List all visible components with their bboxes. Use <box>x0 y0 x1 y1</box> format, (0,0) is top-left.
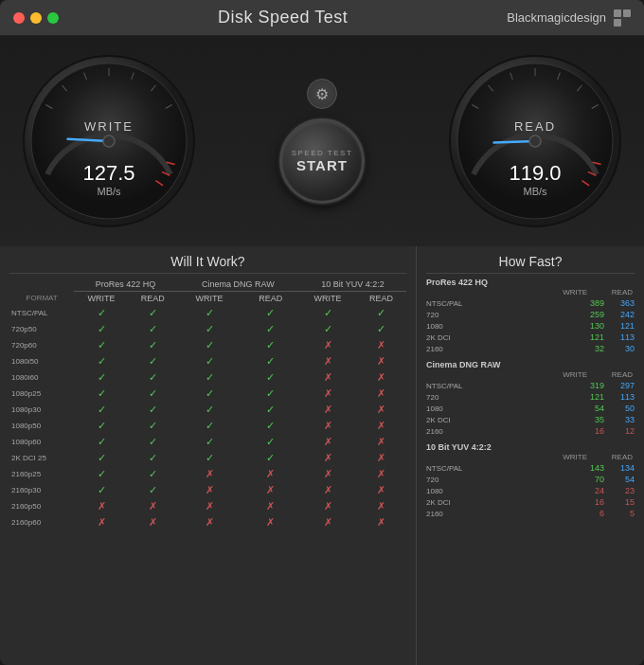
how-fast-section: ProRes 422 HQ WRITE READ NTSC/PAL 389 36… <box>426 278 635 519</box>
cine-header: Cinema DNG RAW <box>177 278 299 292</box>
table-row: 720p50✓✓✓✓✓✓ <box>9 321 406 337</box>
fast-row-label: 720 <box>426 476 474 484</box>
check-cell: ✓ <box>74 369 129 386</box>
fast-values: 121 113 <box>578 392 635 402</box>
gear-icon: ⚙ <box>315 85 329 103</box>
row-label: 720p60 <box>9 337 74 353</box>
start-button[interactable]: SPEED TEST START <box>279 118 365 204</box>
fast-write-value: 35 <box>578 415 604 424</box>
how-fast-title: How Fast? <box>426 246 635 274</box>
fast-row: 720 259 242 <box>426 309 635 320</box>
maximize-button[interactable] <box>47 12 59 24</box>
fast-read-value: 15 <box>608 497 635 507</box>
check-cell: ✗ <box>177 466 242 482</box>
fast-read-value: 50 <box>608 404 635 413</box>
check-cell: ✗ <box>356 450 406 466</box>
fast-row: NTSC/PAL 143 134 <box>426 462 635 474</box>
check-cell: ✗ <box>299 498 356 514</box>
table-row: 1080i60✓✓✓✓✗✗ <box>9 369 406 386</box>
check-cell: ✓ <box>242 321 299 337</box>
check-cell: ✓ <box>242 337 299 353</box>
row-label: 2160p50 <box>9 498 74 514</box>
fast-group: Cinema DNG RAW WRITE READ NTSC/PAL 319 2… <box>426 360 635 437</box>
fast-row: 1080 24 23 <box>426 485 635 496</box>
row-label: 1080i50 <box>9 353 74 369</box>
fast-values: 121 113 <box>578 332 635 342</box>
fast-row-label: 2K DCI <box>426 333 474 342</box>
row-label: 1080p60 <box>9 434 74 450</box>
fast-row: NTSC/PAL 319 297 <box>426 380 635 391</box>
check-cell: ✓ <box>74 450 129 466</box>
gauges-section: WRITE 127.5 MB/s ⚙ SPEED TEST START <box>0 36 644 246</box>
fast-write-value: 54 <box>578 404 604 413</box>
check-cell: ✓ <box>129 402 177 418</box>
table-row: 1080p50✓✓✓✓✗✗ <box>9 418 406 434</box>
fast-values: 16 15 <box>578 497 635 507</box>
check-cell: ✓ <box>242 450 299 466</box>
how-fast-panel: How Fast? ProRes 422 HQ WRITE READ NTSC/… <box>417 246 644 665</box>
check-cell: ✓ <box>129 450 177 466</box>
check-cell: ✗ <box>356 337 406 353</box>
close-button[interactable] <box>13 12 25 24</box>
start-label-small: SPEED TEST <box>292 149 353 157</box>
check-cell: ✓ <box>129 369 177 386</box>
fast-col-labels: WRITE READ <box>426 288 635 297</box>
table-row: NTSC/PAL✓✓✓✓✓✓ <box>9 305 406 321</box>
check-cell: ✓ <box>177 418 242 434</box>
check-cell: ✗ <box>299 418 356 434</box>
table-row: 720p60✓✓✓✓✗✗ <box>9 337 406 353</box>
check-cell: ✗ <box>299 482 356 498</box>
fast-row-label: 2K DCI <box>426 416 474 424</box>
check-cell: ✓ <box>129 418 177 434</box>
fast-read-value: 113 <box>608 332 635 342</box>
check-cell: ✗ <box>356 386 406 402</box>
row-label: 2160p30 <box>9 482 74 498</box>
fast-read-value: 33 <box>608 415 635 424</box>
fast-row-label: 1080 <box>426 404 474 413</box>
fast-values: 16 12 <box>578 426 635 436</box>
fast-row-label: 2K DCI <box>426 498 474 507</box>
check-cell: ✗ <box>242 482 299 498</box>
fast-write-value: 121 <box>578 332 604 342</box>
check-cell: ✗ <box>356 514 406 530</box>
fast-row: 1080 130 121 <box>426 320 635 332</box>
check-cell: ✓ <box>74 418 129 434</box>
yuv-write-col: WRITE <box>299 292 356 306</box>
fast-write-value: 389 <box>578 298 604 308</box>
read-gauge: READ 119.0 MB/s <box>445 51 625 231</box>
write-gauge-label: WRITE <box>84 119 134 134</box>
table-row: 2160p60✗✗✗✗✗✗ <box>9 514 406 530</box>
check-cell: ✗ <box>356 498 406 514</box>
fast-group-title: Cinema DNG RAW <box>426 360 635 369</box>
fast-row-label: 720 <box>426 393 474 402</box>
check-cell: ✓ <box>177 369 242 386</box>
fast-write-value: 6 <box>578 509 604 518</box>
check-cell: ✗ <box>356 402 406 418</box>
minimize-button[interactable] <box>30 12 42 24</box>
check-cell: ✗ <box>299 402 356 418</box>
fast-values: 389 363 <box>578 298 635 308</box>
table-row: 2160p50✗✗✗✗✗✗ <box>9 498 406 514</box>
check-cell: ✗ <box>177 482 242 498</box>
row-label: 1080i60 <box>9 369 74 386</box>
window-title: Disk Speed Test <box>218 8 348 27</box>
table-section: Will It Work? ProRes 422 HQ Cinema DNG R… <box>0 246 644 665</box>
fast-read-value: 134 <box>608 463 635 473</box>
svg-point-27 <box>529 135 541 147</box>
fast-row-label: NTSC/PAL <box>426 464 474 473</box>
check-cell: ✓ <box>129 353 177 369</box>
settings-button[interactable]: ⚙ <box>307 79 337 109</box>
check-cell: ✓ <box>242 353 299 369</box>
fast-row: 2160 6 5 <box>426 508 635 519</box>
check-cell: ✓ <box>356 321 406 337</box>
check-cell: ✗ <box>356 369 406 386</box>
row-label: 1080p50 <box>9 418 74 434</box>
fast-values: 54 50 <box>578 404 635 413</box>
check-cell: ✗ <box>299 369 356 386</box>
row-label: 2K DCI 25 <box>9 450 74 466</box>
table-row: 1080p25✓✓✓✓✗✗ <box>9 386 406 402</box>
fast-values: 24 23 <box>578 486 635 495</box>
check-cell: ✗ <box>299 450 356 466</box>
check-cell: ✓ <box>129 434 177 450</box>
check-cell: ✗ <box>299 337 356 353</box>
